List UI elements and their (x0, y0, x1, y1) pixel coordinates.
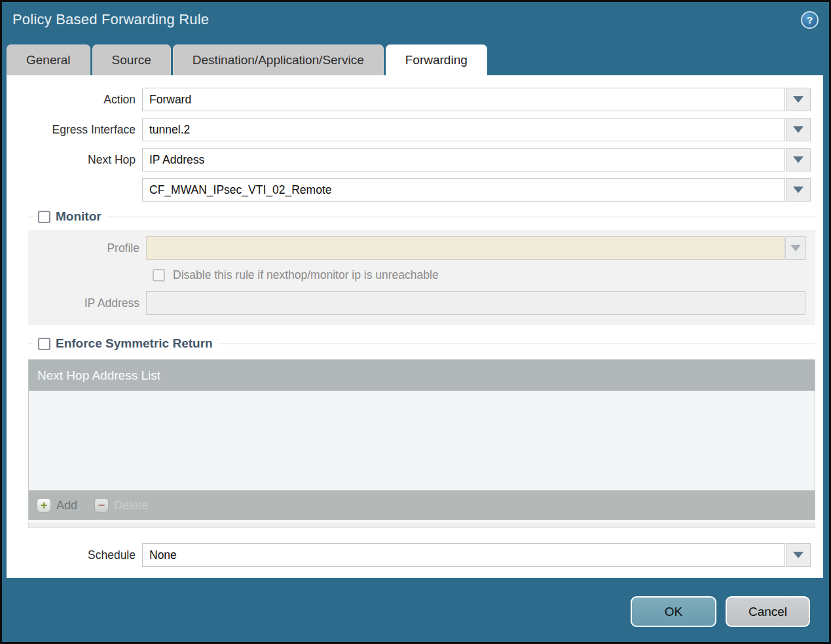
title-bar: Policy Based Forwarding Rule ? (2, 2, 829, 44)
schedule-row: Schedule None (7, 543, 823, 567)
action-dropdown-button[interactable] (786, 88, 811, 111)
symmetric-return-section: Enforce Symmetric Return Next Hop Addres… (28, 336, 815, 528)
profile-label: Profile (28, 241, 146, 255)
dialog-footer: OK Cancel (2, 578, 829, 642)
next-hop-address-row: CF_MWAN_IPsec_VTI_02_Remote (7, 178, 823, 202)
disable-rule-label: Disable this rule if nexthop/monitor ip … (173, 268, 439, 282)
chevron-down-icon (793, 187, 803, 193)
chevron-down-icon (793, 156, 803, 163)
next-hop-address-dropdown-button[interactable] (786, 178, 811, 202)
disable-rule-checkbox (153, 269, 165, 281)
chevron-down-icon (793, 552, 803, 558)
monitor-section: Monitor Profile Disable this rule if nex… (28, 209, 815, 325)
chevron-down-icon (793, 126, 803, 133)
action-select[interactable]: Forward (142, 88, 785, 111)
tab-forwarding[interactable]: Forwarding (386, 45, 487, 75)
disable-rule-row: Disable this rule if nexthop/monitor ip … (28, 268, 815, 282)
monitor-legend-row: Monitor (28, 209, 815, 224)
next-hop-row: Next Hop IP Address (7, 148, 823, 171)
next-hop-address-list-toolbar: + Add − Delete (29, 490, 815, 520)
divider (28, 344, 33, 344)
profile-select-disabled (146, 236, 785, 260)
egress-interface-label: Egress Interface (7, 123, 142, 137)
delete-button: − Delete (94, 498, 148, 512)
divider (218, 344, 815, 344)
tab-content-forwarding: Action Forward Egress Interface tunnel.2… (7, 75, 823, 578)
monitor-ip-input-disabled (146, 291, 805, 315)
monitor-legend: Monitor (56, 209, 102, 224)
schedule-label: Schedule (7, 548, 142, 562)
chevron-down-icon (790, 245, 801, 251)
next-hop-type-select[interactable]: IP Address (142, 148, 785, 171)
tab-source[interactable]: Source (92, 45, 171, 75)
next-hop-address-list-body[interactable] (29, 391, 815, 490)
monitor-ip-label: IP Address (28, 296, 146, 310)
chevron-down-icon (793, 96, 803, 103)
egress-interface-select[interactable]: tunnel.2 (142, 118, 785, 141)
pbf-rule-dialog: Policy Based Forwarding Rule ? General S… (0, 0, 831, 644)
next-hop-address-list-table: Next Hop Address List + Add − Delete (28, 359, 815, 520)
action-row: Action Forward (7, 88, 823, 111)
next-hop-dropdown-button[interactable] (786, 148, 811, 171)
minus-icon: − (94, 498, 109, 512)
enforce-symmetric-return-checkbox[interactable] (38, 338, 50, 350)
table-pager-strip (28, 522, 815, 528)
symmetric-return-legend: Enforce Symmetric Return (56, 336, 213, 351)
ok-button[interactable]: OK (631, 596, 716, 627)
egress-interface-dropdown-button[interactable] (786, 118, 811, 141)
egress-interface-row: Egress Interface tunnel.2 (7, 118, 823, 141)
tab-general[interactable]: General (7, 45, 90, 75)
symmetric-return-legend-row: Enforce Symmetric Return (28, 336, 815, 351)
tab-destination-application-service[interactable]: Destination/Application/Service (173, 45, 384, 75)
next-hop-address-list-header: Next Hop Address List (29, 360, 815, 391)
add-button[interactable]: + Add (37, 498, 77, 512)
add-button-label: Add (56, 499, 77, 512)
monitor-panel: Profile Disable this rule if nexthop/mon… (28, 230, 815, 325)
action-label: Action (7, 93, 142, 107)
plus-icon: + (37, 498, 51, 512)
help-icon[interactable]: ? (801, 11, 819, 29)
divider (28, 217, 33, 217)
profile-dropdown-button-disabled (785, 236, 806, 260)
next-hop-address-select[interactable]: CF_MWAN_IPsec_VTI_02_Remote (142, 178, 785, 202)
delete-button-label: Delete (114, 499, 148, 512)
next-hop-label: Next Hop (7, 153, 142, 167)
monitor-ip-row: IP Address (28, 291, 815, 315)
divider (107, 217, 815, 217)
schedule-dropdown-button[interactable] (786, 543, 811, 567)
cancel-button[interactable]: Cancel (726, 596, 810, 627)
dialog-title: Policy Based Forwarding Rule (12, 11, 209, 28)
monitor-checkbox[interactable] (38, 211, 50, 223)
schedule-select[interactable]: None (142, 543, 785, 567)
profile-row: Profile (28, 236, 815, 260)
tab-bar: General Source Destination/Application/S… (2, 44, 829, 75)
